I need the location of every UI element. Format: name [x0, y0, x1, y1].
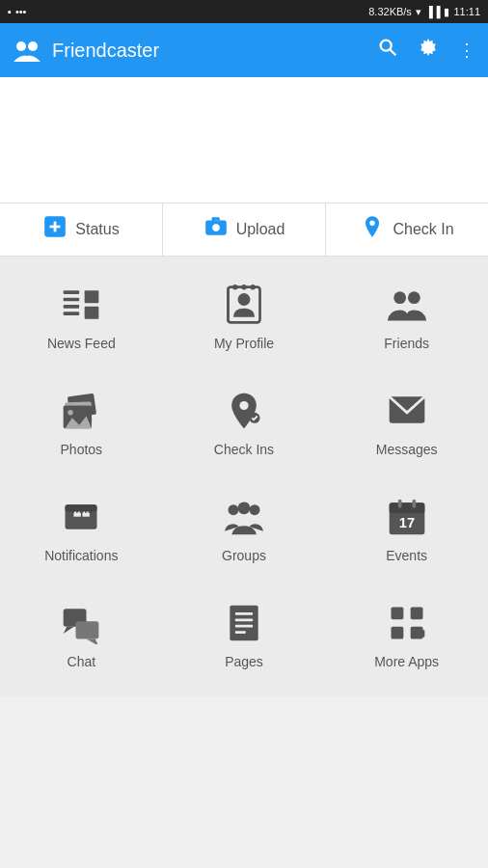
menu-item-events[interactable]: 17 Events — [325, 476, 488, 583]
svg-point-9 — [212, 224, 220, 231]
groups-icon — [223, 496, 265, 538]
status-action[interactable]: Status — [0, 203, 163, 256]
action-bar: Status Upload Check In — [0, 203, 488, 257]
svg-point-39 — [249, 504, 259, 515]
status-label: Status — [75, 221, 119, 238]
svg-rect-15 — [64, 305, 80, 309]
menu-item-messages[interactable]: Messages — [325, 370, 488, 476]
news-feed-label: News Feed — [47, 336, 116, 351]
time: 11:11 — [453, 6, 480, 17]
grid-menu: News Feed My Profile Friends — [0, 257, 488, 696]
wifi-icon: ▾ — [416, 6, 421, 18]
notifications-icon: ❝❝ — [60, 496, 102, 538]
content-preview-area — [0, 77, 488, 203]
svg-rect-42 — [397, 500, 401, 508]
notifications-label: Notifications — [44, 548, 118, 563]
svg-rect-16 — [64, 312, 80, 315]
app-indicator: ▪ — [8, 6, 12, 17]
svg-point-25 — [393, 291, 406, 304]
menu-item-photos[interactable]: Photos — [0, 370, 163, 476]
app-logo-area: Friendcaster — [12, 35, 366, 66]
svg-point-12 — [370, 221, 375, 226]
svg-point-30 — [68, 410, 74, 416]
chat-label: Chat — [68, 654, 96, 669]
more-options-button[interactable]: ⋮ — [458, 40, 476, 61]
svg-point-37 — [228, 504, 238, 515]
check-ins-icon — [223, 390, 265, 432]
settings-button[interactable] — [418, 37, 439, 64]
events-label: Events — [386, 548, 427, 563]
svg-line-3 — [390, 49, 395, 55]
menu-item-notifications[interactable]: ❝❝ Notifications — [0, 476, 163, 583]
upload-label: Upload — [236, 221, 285, 238]
pages-label: Pages — [225, 654, 263, 669]
news-feed-icon — [60, 284, 102, 326]
events-icon: 17 — [386, 496, 428, 538]
my-profile-icon — [223, 284, 265, 326]
svg-rect-13 — [64, 290, 80, 294]
svg-rect-36 — [66, 504, 97, 511]
svg-marker-46 — [64, 627, 74, 634]
checkin-action[interactable]: Check In — [326, 203, 488, 256]
svg-rect-52 — [235, 625, 253, 628]
pages-icon — [223, 602, 265, 644]
svg-rect-50 — [235, 612, 253, 615]
svg-rect-53 — [235, 631, 246, 634]
app-bar: Friendcaster ⋮ — [0, 23, 488, 77]
svg-text:17: 17 — [399, 515, 415, 530]
photos-icon — [60, 390, 102, 432]
menu-item-pages[interactable]: Pages — [163, 583, 326, 689]
app-title: Friendcaster — [52, 40, 159, 62]
checkin-icon — [360, 214, 385, 245]
svg-point-31 — [239, 401, 248, 410]
friends-icon — [386, 284, 428, 326]
svg-point-26 — [408, 291, 420, 304]
svg-point-1 — [28, 41, 38, 51]
chat-icon — [60, 602, 102, 644]
svg-point-24 — [238, 293, 251, 306]
checkin-label: Check In — [393, 221, 453, 238]
menu-item-news-feed[interactable]: News Feed — [0, 264, 163, 370]
notification-dots: ••• — [15, 6, 27, 17]
menu-item-more-apps[interactable]: More Apps — [325, 583, 488, 689]
svg-point-23 — [250, 285, 256, 290]
menu-item-my-profile[interactable]: My Profile — [163, 264, 326, 370]
svg-rect-55 — [410, 608, 422, 620]
svg-point-0 — [16, 41, 26, 51]
network-speed: 8.32KB/s — [368, 6, 412, 17]
svg-rect-58 — [418, 630, 424, 637]
upload-action[interactable]: Upload — [163, 203, 326, 256]
friends-label: Friends — [384, 336, 429, 351]
battery-icon: ▮ — [444, 6, 449, 18]
messages-label: Messages — [376, 442, 438, 457]
more-apps-icon — [386, 602, 428, 644]
menu-item-friends[interactable]: Friends — [325, 264, 488, 370]
menu-item-groups[interactable]: Groups — [163, 476, 326, 583]
menu-item-chat[interactable]: Chat — [0, 583, 163, 689]
status-bar-left: ▪ ••• — [8, 6, 26, 17]
svg-point-2 — [381, 41, 392, 51]
svg-point-21 — [232, 285, 238, 290]
search-button[interactable] — [377, 37, 398, 64]
upload-icon — [203, 214, 229, 245]
svg-marker-48 — [87, 639, 99, 645]
app-logo-icon — [12, 35, 42, 66]
status-icon — [42, 214, 68, 245]
status-bar-right: 8.32KB/s ▾ ▐▐ ▮ 11:11 — [368, 6, 480, 18]
svg-rect-41 — [389, 502, 424, 513]
messages-icon — [386, 390, 428, 432]
svg-point-22 — [241, 285, 247, 290]
status-bar: ▪ ••• 8.32KB/s ▾ ▐▐ ▮ 11:11 — [0, 0, 488, 23]
svg-rect-14 — [64, 298, 80, 302]
photos-label: Photos — [61, 442, 103, 457]
groups-label: Groups — [222, 548, 266, 563]
signal-icon: ▐▐ — [425, 6, 441, 17]
svg-rect-18 — [85, 307, 99, 319]
svg-rect-47 — [76, 621, 99, 638]
svg-point-38 — [238, 502, 251, 514]
my-profile-label: My Profile — [214, 336, 274, 351]
svg-rect-56 — [391, 627, 403, 639]
menu-item-check-ins[interactable]: Check Ins — [163, 370, 326, 476]
svg-rect-54 — [391, 608, 403, 620]
more-apps-label: More Apps — [374, 654, 439, 669]
